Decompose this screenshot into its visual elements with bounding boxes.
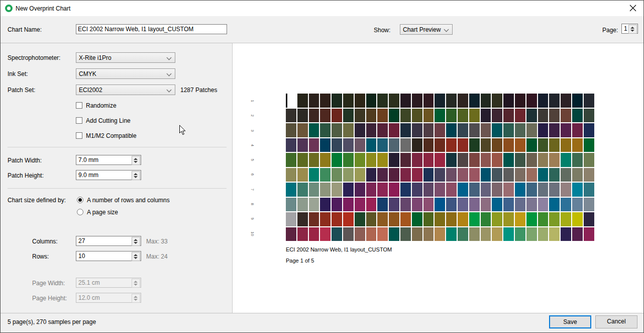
color-patch bbox=[400, 138, 411, 152]
color-patch bbox=[343, 227, 354, 241]
spin-up-icon[interactable] bbox=[134, 158, 138, 160]
stepper-buttons[interactable] bbox=[132, 156, 140, 165]
columns-stepper[interactable]: 27 bbox=[76, 236, 141, 246]
color-patch bbox=[297, 123, 308, 137]
spin-down-icon[interactable] bbox=[134, 257, 138, 259]
color-patch bbox=[366, 168, 377, 182]
color-patch bbox=[538, 123, 549, 137]
color-patch bbox=[400, 153, 411, 167]
color-patch bbox=[584, 183, 594, 197]
radio-button[interactable] bbox=[77, 209, 83, 215]
color-patch bbox=[584, 198, 594, 212]
spin-up-icon bbox=[134, 296, 138, 298]
color-patch bbox=[332, 227, 342, 241]
color-patch bbox=[286, 227, 296, 241]
color-patch bbox=[481, 183, 491, 197]
spin-down-icon[interactable] bbox=[630, 30, 634, 32]
stepper-buttons[interactable] bbox=[628, 25, 637, 34]
spin-up-icon[interactable] bbox=[134, 239, 138, 241]
color-patch bbox=[332, 153, 342, 167]
patch-width-stepper[interactable]: 7.0 mm bbox=[76, 155, 141, 165]
color-patch bbox=[526, 227, 537, 241]
color-patch bbox=[503, 109, 514, 123]
page-stepper[interactable]: 1 bbox=[621, 24, 638, 34]
color-patch bbox=[538, 94, 549, 108]
color-patch bbox=[423, 138, 434, 152]
color-patch bbox=[446, 227, 457, 241]
preview-row-number: 7 bbox=[245, 186, 259, 193]
stepper-buttons[interactable] bbox=[132, 237, 140, 246]
color-patch bbox=[412, 153, 422, 167]
stepper-buttons[interactable] bbox=[132, 171, 140, 180]
chart-name-input[interactable]: ECI 2002 Narrow Web, I1 layout_CUSTOM bbox=[76, 24, 227, 34]
color-patch bbox=[526, 94, 537, 108]
color-patch bbox=[549, 153, 560, 167]
spectrophotometer-select[interactable]: X-Rite i1Pro bbox=[76, 52, 175, 63]
color-patch bbox=[515, 138, 525, 152]
color-patch bbox=[343, 94, 354, 108]
color-patch bbox=[355, 109, 365, 123]
radio-button[interactable] bbox=[77, 197, 83, 203]
color-patch bbox=[435, 153, 445, 167]
color-patch bbox=[297, 138, 308, 152]
spin-down-icon[interactable] bbox=[134, 176, 138, 178]
patch-set-label: Patch Set: bbox=[8, 87, 35, 94]
color-patch bbox=[458, 153, 468, 167]
color-patch bbox=[423, 198, 434, 212]
color-patch bbox=[435, 123, 445, 137]
color-patch bbox=[412, 123, 422, 137]
color-patch bbox=[355, 138, 365, 152]
color-patch bbox=[355, 94, 365, 108]
color-patch bbox=[561, 183, 571, 197]
color-patch bbox=[343, 183, 354, 197]
color-patch bbox=[355, 168, 365, 182]
stepper-buttons[interactable] bbox=[132, 252, 140, 261]
color-patch bbox=[400, 198, 411, 212]
spin-down-icon[interactable] bbox=[134, 161, 138, 163]
cancel-button[interactable]: Cancel bbox=[595, 315, 637, 328]
color-patch bbox=[538, 227, 549, 241]
show-select[interactable]: Chart Preview bbox=[400, 24, 453, 35]
color-patch bbox=[538, 109, 549, 123]
color-patch bbox=[320, 123, 331, 137]
checkbox[interactable] bbox=[76, 117, 82, 124]
rows-stepper[interactable]: 10 bbox=[76, 251, 141, 261]
color-patch bbox=[458, 94, 468, 108]
spin-down-icon[interactable] bbox=[134, 242, 138, 244]
page-width-value: 25.1 cm bbox=[78, 279, 100, 286]
status-bar: 5 page(s), 270 samples per page Save Can… bbox=[1, 313, 643, 332]
color-patch bbox=[435, 227, 445, 241]
color-patch bbox=[297, 227, 308, 241]
checkbox[interactable] bbox=[76, 132, 82, 139]
color-patch bbox=[458, 227, 468, 241]
color-patch bbox=[561, 198, 571, 212]
color-patch bbox=[584, 138, 594, 152]
ink-set-select[interactable]: CMYK bbox=[76, 68, 175, 79]
color-patch bbox=[538, 183, 549, 197]
color-patch bbox=[412, 168, 422, 182]
color-patch bbox=[366, 109, 377, 123]
checkbox[interactable] bbox=[76, 102, 82, 109]
close-icon[interactable] bbox=[629, 5, 636, 12]
color-patch bbox=[515, 212, 525, 226]
preview-row-number: 9 bbox=[245, 215, 259, 222]
patch-height-stepper[interactable]: 9.0 mm bbox=[76, 170, 141, 180]
row-labels: 12345678910 bbox=[249, 94, 256, 241]
color-patch bbox=[481, 94, 491, 108]
spin-up-icon[interactable] bbox=[134, 254, 138, 256]
color-patch bbox=[332, 198, 342, 212]
preview-caption: ECI 2002 Narrow Web, I1 layout_CUSTOM bbox=[286, 246, 392, 253]
color-patch bbox=[320, 109, 331, 123]
spin-up-icon[interactable] bbox=[134, 173, 138, 175]
patch-set-select[interactable]: ECI2002 bbox=[76, 85, 175, 95]
color-patch bbox=[492, 168, 502, 182]
save-button[interactable]: Save bbox=[549, 315, 591, 328]
color-patch bbox=[492, 153, 502, 167]
color-patch bbox=[526, 138, 537, 152]
color-patch bbox=[389, 138, 399, 152]
color-patch bbox=[549, 94, 560, 108]
spin-up-icon[interactable] bbox=[630, 27, 634, 29]
page-height-value: 12.0 cm bbox=[78, 294, 100, 301]
color-patch bbox=[332, 212, 342, 226]
color-patch bbox=[469, 138, 480, 152]
